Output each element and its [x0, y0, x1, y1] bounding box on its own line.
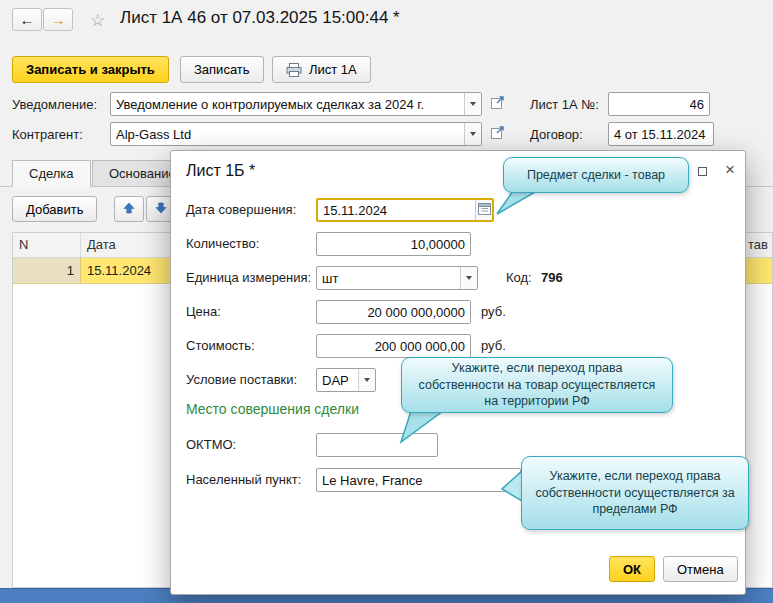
close-icon: × [725, 160, 735, 180]
restore-icon [698, 167, 707, 176]
move-up-button[interactable] [114, 196, 144, 222]
nav-back-button[interactable]: ← [12, 8, 42, 31]
price-label: Цена: [186, 304, 221, 319]
calendar-button[interactable] [475, 200, 492, 220]
tab-deal[interactable]: Сделка [12, 160, 91, 187]
deal-date-value: 15.11.2024 [318, 203, 475, 218]
open-link-icon [490, 125, 505, 143]
sheet-number-input[interactable]: 46 [608, 92, 710, 116]
oktmo-label: ОКТМО: [186, 437, 236, 452]
quantity-value: 10,00000 [317, 237, 470, 252]
notification-dropdown-button[interactable] [464, 93, 481, 115]
close-button[interactable]: × [720, 160, 740, 180]
application-window: ← → ☆ Лист 1А 46 от 07.03.2025 15:00:44 … [0, 0, 773, 603]
cancel-button[interactable]: Отмена [663, 556, 738, 582]
restore-button[interactable] [692, 161, 712, 181]
counterparty-dropdown-button[interactable] [464, 123, 481, 145]
unit-code-label: Код: [506, 270, 532, 285]
calendar-icon [478, 202, 491, 218]
unit-value: шт [317, 271, 460, 286]
save-button[interactable]: Записать [180, 56, 264, 83]
contract-value: 4 от 15.11.2024 [609, 127, 713, 142]
callout-subject-tail [493, 190, 543, 216]
section-title-place: Место совершения сделки [186, 401, 359, 417]
counterparty-label: Контрагент: [12, 127, 83, 142]
tab-basis-label: Основание д... [109, 166, 178, 181]
nav-forward-button[interactable]: → [43, 8, 73, 31]
add-button[interactable]: Добавить [12, 196, 97, 222]
unit-select[interactable]: шт [316, 266, 478, 290]
favorite-star-icon[interactable]: ☆ [90, 10, 105, 31]
up-arrow-icon [123, 202, 135, 217]
unit-code-value: 796 [541, 270, 563, 285]
quantity-input[interactable]: 10,00000 [316, 232, 471, 256]
notification-label: Уведомление: [12, 97, 97, 112]
city-value: Le Havre, France [317, 473, 520, 488]
dialog-title: Лист 1Б * [186, 162, 255, 180]
delivery-dropdown-button[interactable] [358, 369, 375, 391]
callout-rf-tail [399, 410, 459, 444]
chevron-down-icon [364, 378, 370, 382]
counterparty-open-button[interactable] [488, 125, 506, 143]
callout-abroad: Укажите, если переход права собственност… [521, 456, 749, 530]
print-button-label: Лист 1А [309, 62, 357, 77]
column-header-date[interactable]: Дата [81, 233, 173, 257]
callout-subject: Предмет сделки - товар [503, 157, 689, 193]
printer-icon [286, 63, 302, 77]
callout-rf: Укажите, если переход права собственност… [401, 357, 673, 413]
tab-basis[interactable]: Основание д... [92, 160, 178, 187]
city-label: Населенный пункт: [186, 472, 301, 487]
delivery-value: DAP [317, 373, 358, 388]
sheet-number-value: 46 [609, 97, 709, 112]
notification-input[interactable]: Уведомление о контролируемых сделках за … [110, 92, 482, 116]
cost-input[interactable]: 200 000 000,00 [316, 334, 471, 358]
counterparty-input[interactable]: Alp-Gass Ltd [110, 122, 482, 146]
back-arrow-icon: ← [20, 11, 35, 28]
notification-value: Уведомление о контролируемых сделках за … [111, 97, 464, 112]
open-link-icon [490, 95, 505, 113]
print-button[interactable]: Лист 1А [272, 56, 371, 83]
chevron-down-icon [470, 102, 476, 106]
quantity-label: Количество: [186, 236, 259, 251]
save-close-button[interactable]: Записать и закрыть [12, 56, 169, 83]
contract-label: Договор: [530, 127, 583, 142]
deal-date-input[interactable]: 15.11.2024 [316, 198, 494, 222]
ok-button[interactable]: ОК [609, 556, 655, 582]
cell-row-number[interactable]: 1 [13, 258, 81, 283]
sheet-1b-dialog: Лист 1Б * × Предмет сделки - товар Дата … [170, 150, 746, 595]
counterparty-value: Alp-Gass Ltd [111, 127, 464, 142]
tab-deal-label: Сделка [29, 166, 74, 181]
chevron-down-icon [466, 276, 472, 280]
unit-dropdown-button[interactable] [460, 267, 477, 289]
cost-currency-label: руб. [481, 338, 506, 353]
cost-label: Стоимость: [186, 338, 255, 353]
star-glyph: ☆ [90, 11, 105, 30]
sheet-number-label: Лист 1А №: [530, 97, 599, 112]
page-title: Лист 1А 46 от 07.03.2025 15:00:44 * [120, 8, 400, 28]
price-currency-label: руб. [481, 304, 506, 319]
cell-date[interactable]: 15.11.2024 [81, 258, 173, 283]
city-input[interactable]: Le Havre, France [316, 468, 521, 492]
delivery-select[interactable]: DAP [316, 368, 376, 392]
cost-value: 200 000 000,00 [317, 339, 470, 354]
notification-open-button[interactable] [488, 95, 506, 113]
column-header-n[interactable]: N [13, 233, 81, 257]
forward-arrow-icon: → [51, 11, 66, 28]
contract-input[interactable]: 4 от 15.11.2024 [608, 122, 714, 146]
unit-label: Единица измерения: [186, 270, 311, 285]
column-header-partial: тав [748, 237, 768, 252]
down-arrow-icon [155, 202, 167, 217]
deal-date-label: Дата совершения: [186, 202, 296, 217]
price-input[interactable]: 20 000 000,0000 [316, 300, 471, 324]
price-value: 20 000 000,0000 [317, 305, 470, 320]
delivery-label: Условие поставки: [186, 372, 297, 387]
chevron-down-icon [470, 132, 476, 136]
